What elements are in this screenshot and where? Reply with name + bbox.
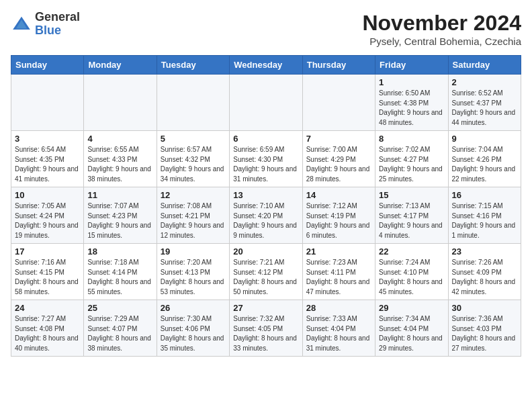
day-info: Sunrise: 7:30 AM Sunset: 4:06 PM Dayligh… — [161, 314, 226, 353]
day-number: 23 — [452, 246, 517, 257]
calendar-cell: 21Sunrise: 7:23 AM Sunset: 4:11 PM Dayli… — [302, 244, 375, 300]
location: Pysely, Central Bohemia, Czechia — [362, 36, 521, 47]
day-info: Sunrise: 7:33 AM Sunset: 4:04 PM Dayligh… — [306, 314, 371, 353]
header-day: Saturday — [448, 56, 521, 75]
calendar-cell: 7Sunrise: 7:00 AM Sunset: 4:29 PM Daylig… — [302, 131, 375, 187]
logo: General Blue — [11, 11, 80, 38]
calendar-cell: 14Sunrise: 7:12 AM Sunset: 4:19 PM Dayli… — [302, 187, 375, 244]
title-block: November 2024 Pysely, Central Bohemia, C… — [362, 11, 521, 47]
day-number: 15 — [379, 190, 444, 200]
day-info: Sunrise: 7:16 AM Sunset: 4:15 PM Dayligh… — [15, 258, 80, 297]
calendar-cell: 22Sunrise: 7:24 AM Sunset: 4:10 PM Dayli… — [375, 244, 448, 300]
calendar-week: 10Sunrise: 7:05 AM Sunset: 4:24 PM Dayli… — [11, 187, 521, 244]
day-info: Sunrise: 6:50 AM Sunset: 4:38 PM Dayligh… — [379, 89, 444, 128]
calendar-cell: 28Sunrise: 7:33 AM Sunset: 4:04 PM Dayli… — [302, 300, 375, 357]
day-number: 17 — [15, 246, 80, 257]
header-day: Wednesday — [230, 56, 302, 75]
logo-icon — [11, 13, 32, 35]
day-number: 3 — [15, 134, 80, 144]
calendar-cell: 27Sunrise: 7:32 AM Sunset: 4:05 PM Dayli… — [230, 300, 302, 357]
day-number: 2 — [452, 77, 517, 87]
day-info: Sunrise: 7:05 AM Sunset: 4:24 PM Dayligh… — [15, 201, 80, 240]
day-number: 29 — [379, 303, 444, 313]
day-number: 16 — [452, 190, 517, 200]
calendar-cell — [230, 75, 302, 131]
calendar-cell — [302, 75, 375, 131]
logo-general: General — [35, 10, 80, 24]
calendar-cell: 30Sunrise: 7:36 AM Sunset: 4:03 PM Dayli… — [448, 300, 521, 357]
header-day: Monday — [84, 56, 157, 75]
day-number: 6 — [233, 134, 298, 144]
calendar-cell: 1Sunrise: 6:50 AM Sunset: 4:38 PM Daylig… — [375, 75, 448, 131]
day-number: 5 — [161, 134, 226, 144]
logo-text: General Blue — [35, 11, 80, 38]
day-number: 28 — [306, 303, 371, 313]
day-info: Sunrise: 7:08 AM Sunset: 4:21 PM Dayligh… — [161, 201, 226, 240]
day-info: Sunrise: 6:55 AM Sunset: 4:33 PM Dayligh… — [87, 145, 152, 184]
calendar-cell: 15Sunrise: 7:13 AM Sunset: 4:17 PM Dayli… — [375, 187, 448, 244]
day-number: 13 — [233, 190, 298, 200]
day-info: Sunrise: 6:57 AM Sunset: 4:32 PM Dayligh… — [161, 145, 226, 184]
day-info: Sunrise: 7:32 AM Sunset: 4:05 PM Dayligh… — [233, 314, 298, 353]
calendar-cell: 10Sunrise: 7:05 AM Sunset: 4:24 PM Dayli… — [11, 187, 84, 244]
day-number: 22 — [379, 246, 444, 257]
calendar-cell: 16Sunrise: 7:15 AM Sunset: 4:16 PM Dayli… — [448, 187, 521, 244]
day-info: Sunrise: 7:36 AM Sunset: 4:03 PM Dayligh… — [452, 314, 517, 353]
day-number: 18 — [87, 246, 152, 257]
month-title: November 2024 — [362, 11, 521, 36]
day-info: Sunrise: 7:23 AM Sunset: 4:11 PM Dayligh… — [306, 258, 371, 297]
day-number: 11 — [87, 190, 152, 200]
calendar-cell: 29Sunrise: 7:34 AM Sunset: 4:04 PM Dayli… — [375, 300, 448, 357]
calendar-cell: 4Sunrise: 6:55 AM Sunset: 4:33 PM Daylig… — [84, 131, 157, 187]
day-number: 14 — [306, 190, 371, 200]
day-info: Sunrise: 6:59 AM Sunset: 4:30 PM Dayligh… — [233, 145, 298, 184]
day-number: 24 — [15, 303, 80, 313]
calendar-cell: 17Sunrise: 7:16 AM Sunset: 4:15 PM Dayli… — [11, 244, 84, 300]
calendar-cell: 2Sunrise: 6:52 AM Sunset: 4:37 PM Daylig… — [448, 75, 521, 131]
calendar-week: 17Sunrise: 7:16 AM Sunset: 4:15 PM Dayli… — [11, 244, 521, 300]
calendar-cell: 3Sunrise: 6:54 AM Sunset: 4:35 PM Daylig… — [11, 131, 84, 187]
day-number: 26 — [161, 303, 226, 313]
day-number: 7 — [306, 134, 371, 144]
day-info: Sunrise: 6:52 AM Sunset: 4:37 PM Dayligh… — [452, 89, 517, 128]
header-day: Tuesday — [157, 56, 229, 75]
calendar-cell: 25Sunrise: 7:29 AM Sunset: 4:07 PM Dayli… — [84, 300, 157, 357]
calendar-table: SundayMondayTuesdayWednesdayThursdayFrid… — [11, 55, 521, 357]
day-number: 27 — [233, 303, 298, 313]
day-info: Sunrise: 7:07 AM Sunset: 4:23 PM Dayligh… — [87, 201, 152, 240]
calendar-cell — [84, 75, 157, 131]
calendar-cell — [157, 75, 229, 131]
day-number: 20 — [233, 246, 298, 257]
day-number: 8 — [379, 134, 444, 144]
day-info: Sunrise: 7:27 AM Sunset: 4:08 PM Dayligh… — [15, 314, 80, 353]
day-info: Sunrise: 7:29 AM Sunset: 4:07 PM Dayligh… — [87, 314, 152, 353]
day-info: Sunrise: 7:15 AM Sunset: 4:16 PM Dayligh… — [452, 201, 517, 240]
calendar-cell: 8Sunrise: 7:02 AM Sunset: 4:27 PM Daylig… — [375, 131, 448, 187]
day-info: Sunrise: 7:00 AM Sunset: 4:29 PM Dayligh… — [306, 145, 371, 184]
day-info: Sunrise: 6:54 AM Sunset: 4:35 PM Dayligh… — [15, 145, 80, 184]
day-info: Sunrise: 7:26 AM Sunset: 4:09 PM Dayligh… — [452, 258, 517, 297]
calendar-cell: 5Sunrise: 6:57 AM Sunset: 4:32 PM Daylig… — [157, 131, 229, 187]
calendar-week: 24Sunrise: 7:27 AM Sunset: 4:08 PM Dayli… — [11, 300, 521, 357]
calendar-cell: 24Sunrise: 7:27 AM Sunset: 4:08 PM Dayli… — [11, 300, 84, 357]
day-number: 10 — [15, 190, 80, 200]
calendar-cell: 13Sunrise: 7:10 AM Sunset: 4:20 PM Dayli… — [230, 187, 302, 244]
calendar-week: 3Sunrise: 6:54 AM Sunset: 4:35 PM Daylig… — [11, 131, 521, 187]
calendar-cell — [11, 75, 84, 131]
calendar-cell: 23Sunrise: 7:26 AM Sunset: 4:09 PM Dayli… — [448, 244, 521, 300]
day-info: Sunrise: 7:13 AM Sunset: 4:17 PM Dayligh… — [379, 201, 444, 240]
day-number: 25 — [87, 303, 152, 313]
day-info: Sunrise: 7:10 AM Sunset: 4:20 PM Dayligh… — [233, 201, 298, 240]
calendar-cell: 26Sunrise: 7:30 AM Sunset: 4:06 PM Dayli… — [157, 300, 229, 357]
page-header: General Blue November 2024 Pysely, Centr… — [11, 11, 521, 47]
header-day: Sunday — [11, 56, 84, 75]
day-number: 12 — [161, 190, 226, 200]
logo-blue: Blue — [35, 24, 61, 37]
calendar-cell: 9Sunrise: 7:04 AM Sunset: 4:26 PM Daylig… — [448, 131, 521, 187]
calendar-cell: 6Sunrise: 6:59 AM Sunset: 4:30 PM Daylig… — [230, 131, 302, 187]
header-day: Thursday — [302, 56, 375, 75]
day-number: 1 — [379, 77, 444, 87]
day-info: Sunrise: 7:12 AM Sunset: 4:19 PM Dayligh… — [306, 201, 371, 240]
day-info: Sunrise: 7:04 AM Sunset: 4:26 PM Dayligh… — [452, 145, 517, 184]
calendar-cell: 20Sunrise: 7:21 AM Sunset: 4:12 PM Dayli… — [230, 244, 302, 300]
